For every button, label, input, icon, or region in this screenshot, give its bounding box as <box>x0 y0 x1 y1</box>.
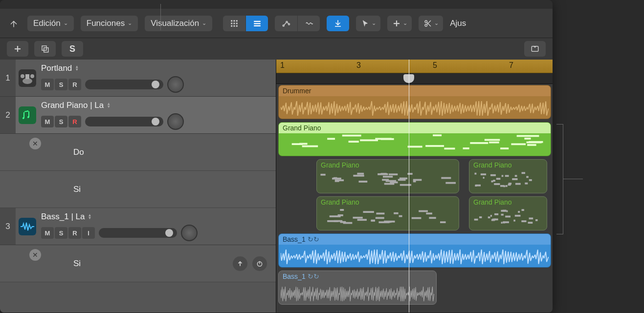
settings-label[interactable]: Ajus <box>450 19 466 28</box>
track-row[interactable]: 2 Grand Piano | La ▲▼ M S R <box>0 97 276 134</box>
svg-rect-124 <box>515 215 521 217</box>
bar-number: 7 <box>509 61 513 70</box>
svg-rect-22 <box>25 74 29 79</box>
region[interactable]: Grand Piano <box>469 159 547 193</box>
svg-rect-66 <box>384 183 395 185</box>
input-button[interactable]: I <box>82 227 95 239</box>
track-name[interactable]: Grand Piano | La ▲▼ <box>41 101 271 110</box>
svg-rect-38 <box>463 147 469 149</box>
svg-rect-92 <box>515 183 521 185</box>
svg-rect-95 <box>481 173 486 175</box>
pointer-tool[interactable]: ⌄ <box>356 16 380 31</box>
volume-slider[interactable] <box>99 228 177 238</box>
svg-rect-142 <box>529 217 533 219</box>
global-solo-button[interactable]: S <box>62 41 83 57</box>
svg-rect-62 <box>389 173 398 175</box>
svg-rect-109 <box>340 209 344 211</box>
chevron-down-icon: ⌄ <box>403 20 407 26</box>
duplicate-track-button[interactable] <box>34 41 56 57</box>
svg-rect-122 <box>440 221 446 223</box>
region-label: Drummer <box>279 85 551 96</box>
mute-button[interactable]: M <box>41 227 54 239</box>
take-folder-row[interactable]: ✕ Do <box>0 134 276 171</box>
svg-rect-90 <box>496 178 501 180</box>
take-folder-row[interactable]: Si <box>0 171 276 208</box>
svg-rect-123 <box>371 220 376 222</box>
region-content <box>281 287 434 301</box>
svg-rect-137 <box>522 209 524 211</box>
track-row[interactable]: 3 Bass_1 | La ▲▼ M S R I <box>0 208 276 245</box>
bar-number: 5 <box>433 61 437 70</box>
timeline[interactable]: 1357 DrummerGrand PianoGrand PianoGrand … <box>276 60 553 313</box>
list-icon-button[interactable] <box>245 16 268 31</box>
scissors-tool[interactable]: ⌄ <box>419 16 443 31</box>
region-content <box>472 171 544 190</box>
volume-slider[interactable] <box>85 80 163 89</box>
track-header-config-button[interactable] <box>524 41 546 57</box>
region[interactable]: Drummer <box>278 85 551 119</box>
pan-knob[interactable] <box>181 225 198 241</box>
flex-icon-button[interactable] <box>297 16 320 31</box>
region[interactable]: Bass_1 ↻↻ <box>278 271 437 305</box>
record-button[interactable]: R <box>68 79 81 90</box>
grid-icon-button[interactable] <box>223 16 245 31</box>
catch-playhead-button[interactable] <box>327 16 349 31</box>
svg-rect-30 <box>349 141 359 143</box>
region-content <box>281 101 549 116</box>
region[interactable]: Grand Piano <box>316 196 459 230</box>
svg-rect-74 <box>357 173 364 175</box>
back-up-icon[interactable] <box>7 17 21 30</box>
take-folder-row[interactable]: ✕ Si <box>0 245 276 282</box>
record-button[interactable]: R <box>68 116 81 127</box>
svg-rect-104 <box>429 217 436 219</box>
region[interactable]: Grand Piano <box>316 159 459 193</box>
automation-icon-button[interactable] <box>275 16 297 31</box>
svg-rect-31 <box>489 142 499 144</box>
region-content <box>282 134 548 153</box>
region[interactable]: Bass_1 ↻↻ <box>278 233 551 268</box>
region-label: Bass_1 ↻↻ <box>279 234 551 245</box>
add-tool[interactable]: ⌄ <box>387 16 412 31</box>
svg-rect-143 <box>505 216 511 218</box>
menu-view[interactable]: Visualización ⌄ <box>145 16 212 31</box>
region[interactable]: Grand Piano <box>278 122 551 156</box>
menu-edit[interactable]: Edición ⌄ <box>27 16 74 31</box>
svg-rect-94 <box>529 179 532 181</box>
pan-knob[interactable] <box>167 76 184 93</box>
power-icon[interactable] <box>252 256 267 271</box>
svg-rect-9 <box>254 21 261 21</box>
svg-rect-138 <box>490 215 492 217</box>
track-row[interactable]: 1 Portland ▲▼ M S R <box>0 60 276 97</box>
solo-button[interactable]: S <box>55 116 67 127</box>
close-icon[interactable]: ✕ <box>29 249 41 261</box>
record-button[interactable]: R <box>68 227 81 239</box>
menu-edit-label: Edición <box>33 19 61 28</box>
svg-rect-127 <box>518 211 520 213</box>
add-track-button[interactable] <box>7 41 28 57</box>
bar-ruler[interactable]: 1357 <box>276 60 553 73</box>
svg-rect-46 <box>470 142 488 144</box>
svg-rect-55 <box>407 173 412 175</box>
tick-ruler[interactable] <box>276 73 553 84</box>
track-name[interactable]: Portland ▲▼ <box>41 63 271 73</box>
region[interactable]: Grand Piano <box>469 196 547 230</box>
volume-slider[interactable] <box>85 117 163 126</box>
svg-rect-88 <box>500 185 504 187</box>
track-name[interactable]: Bass_1 | La ▲▼ <box>41 212 271 222</box>
svg-rect-129 <box>494 213 498 215</box>
solo-button[interactable]: S <box>55 227 67 239</box>
svg-rect-70 <box>413 179 422 181</box>
menu-functions[interactable]: Funciones ⌄ <box>81 16 138 31</box>
solo-button[interactable]: S <box>55 79 67 90</box>
svg-point-24 <box>30 74 34 78</box>
svg-rect-147 <box>488 216 490 218</box>
svg-rect-120 <box>327 220 338 222</box>
mute-button[interactable]: M <box>41 116 54 127</box>
close-icon[interactable]: ✕ <box>29 138 41 149</box>
svg-rect-97 <box>526 176 529 178</box>
mute-button[interactable]: M <box>41 79 54 90</box>
grid-toggle-group <box>223 16 268 31</box>
arrow-up-icon[interactable] <box>233 256 247 271</box>
pan-knob[interactable] <box>167 113 184 130</box>
track-number: 1 <box>0 60 16 96</box>
